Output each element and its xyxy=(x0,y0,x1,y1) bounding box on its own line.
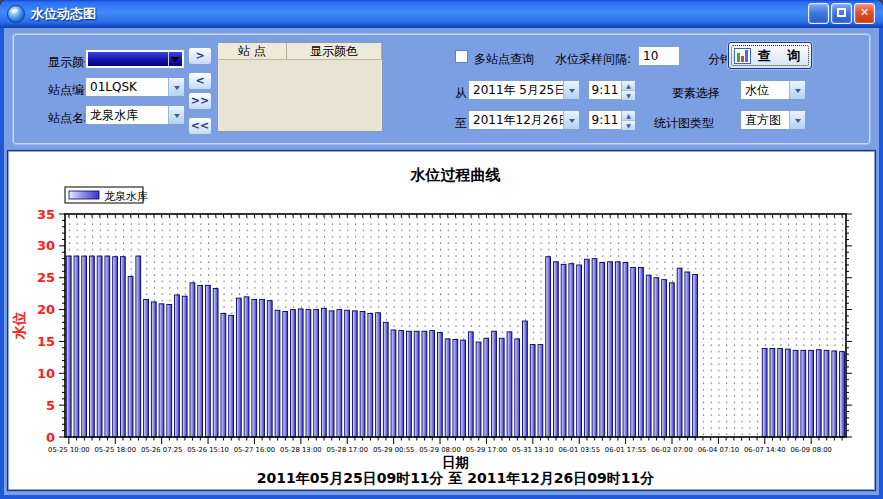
svg-text:05-28 17:00: 05-28 17:00 xyxy=(326,446,368,454)
chevron-down-icon[interactable] xyxy=(563,81,579,99)
bar xyxy=(693,275,698,437)
bar xyxy=(654,278,659,437)
chevron-down-icon xyxy=(171,57,179,66)
station-column-header[interactable]: 站 点 xyxy=(218,43,287,59)
element-combo[interactable]: 水位 xyxy=(740,80,806,100)
bar xyxy=(484,338,489,437)
y-tick-labels: 05101520253035 xyxy=(37,207,55,445)
svg-text:35: 35 xyxy=(37,207,55,222)
bar xyxy=(136,256,141,437)
chevron-down-icon[interactable] xyxy=(789,81,805,99)
multi-station-checkbox[interactable] xyxy=(455,50,468,63)
maximize-button[interactable] xyxy=(831,3,852,24)
bar xyxy=(275,310,280,437)
spin-up-icon[interactable]: ▲ xyxy=(622,111,635,120)
chevron-down-icon[interactable] xyxy=(563,111,579,129)
add-all-stations-button[interactable]: >> xyxy=(188,92,212,110)
station-name-value: 龙泉水库 xyxy=(86,106,168,124)
bar xyxy=(530,345,535,437)
bar xyxy=(399,331,404,437)
remove-all-stations-button[interactable]: << xyxy=(188,117,212,135)
bar xyxy=(167,304,172,437)
to-time-value: 9:11 xyxy=(589,111,621,129)
spin-down-icon[interactable]: ▼ xyxy=(622,120,635,130)
bar xyxy=(345,310,350,437)
display-color-column-header[interactable]: 显示颜色 xyxy=(287,43,382,59)
svg-text:05-26 15:10: 05-26 15:10 xyxy=(187,446,229,454)
bar xyxy=(252,299,257,437)
bar xyxy=(376,313,381,437)
station-name-combo[interactable]: 龙泉水库 xyxy=(85,105,185,125)
y-axis-title: 水位 xyxy=(11,312,27,341)
chart-footer-range: 2011年05月25日09时11分 至 2011年12月26日09时11分 xyxy=(257,470,655,486)
spin-up-icon[interactable]: ▲ xyxy=(622,81,635,90)
svg-text:06-01 17:55: 06-01 17:55 xyxy=(605,446,647,454)
bar xyxy=(499,338,504,437)
bar xyxy=(190,283,195,437)
chart-legend: 龙泉水库 xyxy=(65,187,148,203)
bar xyxy=(492,331,497,437)
svg-text:05-29 17:00: 05-29 17:00 xyxy=(466,446,508,454)
bar xyxy=(646,275,651,437)
bar xyxy=(615,262,620,437)
bar xyxy=(561,264,566,437)
water-level-bar-chart: 0510152025303505-25 10:0005-25 18:0005-2… xyxy=(8,151,875,490)
bar xyxy=(90,256,95,437)
chart-type-label: 统计图类型 xyxy=(654,115,714,132)
remove-station-button[interactable]: < xyxy=(188,72,212,90)
chevron-down-icon[interactable] xyxy=(789,111,805,129)
bar xyxy=(221,313,226,437)
bar xyxy=(352,311,357,437)
bar xyxy=(113,257,118,437)
svg-text:0: 0 xyxy=(46,430,55,445)
from-date-picker[interactable]: 2011年 5月25日 xyxy=(468,80,580,100)
bar xyxy=(468,332,473,437)
bar xyxy=(407,331,412,437)
bar xyxy=(623,262,628,437)
svg-text:15: 15 xyxy=(37,334,55,349)
chart-type-combo[interactable]: 直方图 xyxy=(740,110,806,130)
chevron-down-icon[interactable] xyxy=(168,106,184,124)
spin-down-icon[interactable]: ▼ xyxy=(622,90,635,100)
bar xyxy=(283,311,288,437)
globe-icon xyxy=(7,5,25,23)
bar xyxy=(546,257,551,437)
bar xyxy=(453,340,458,437)
bar xyxy=(785,349,790,437)
station-code-combo[interactable]: 01LQSK xyxy=(85,77,185,97)
bar xyxy=(306,310,311,437)
bar xyxy=(662,280,667,437)
bar xyxy=(577,265,582,437)
interval-input[interactable]: 10 xyxy=(638,46,680,66)
station-list[interactable]: 站 点 显示颜色 xyxy=(217,42,383,132)
svg-text:06-09 08:00: 06-09 08:00 xyxy=(790,446,832,454)
bar xyxy=(515,339,520,437)
bar xyxy=(329,311,334,437)
add-station-button[interactable]: > xyxy=(188,47,212,65)
bar xyxy=(608,262,613,437)
chart-title: 水位过程曲线 xyxy=(410,166,501,184)
chevron-down-icon[interactable] xyxy=(168,78,184,96)
bar xyxy=(507,332,512,437)
to-time-spinner[interactable]: 9:11 ▲ ▼ xyxy=(588,110,636,130)
bar xyxy=(175,295,180,437)
display-color-combo[interactable] xyxy=(85,49,185,69)
from-time-spinner[interactable]: 9:11 ▲ ▼ xyxy=(588,80,636,100)
bar xyxy=(437,333,442,437)
bar xyxy=(523,321,528,437)
element-value: 水位 xyxy=(741,81,789,99)
bar xyxy=(832,351,837,437)
window-title: 水位动态图 xyxy=(31,5,96,23)
query-button[interactable]: 查 询 xyxy=(728,42,812,69)
titlebar[interactable]: 水位动态图 ✕ xyxy=(0,0,883,28)
from-date-value: 2011年 5月25日 xyxy=(469,81,563,99)
from-label: 从 xyxy=(455,85,467,102)
bar xyxy=(128,276,133,437)
bar xyxy=(213,289,218,437)
minimize-button[interactable] xyxy=(808,3,829,24)
svg-text:05-26 07:25: 05-26 07:25 xyxy=(141,446,183,454)
bar xyxy=(801,350,806,437)
bar xyxy=(291,310,296,437)
close-button[interactable]: ✕ xyxy=(854,3,875,24)
to-date-picker[interactable]: 2011年12月26日 xyxy=(468,110,580,130)
